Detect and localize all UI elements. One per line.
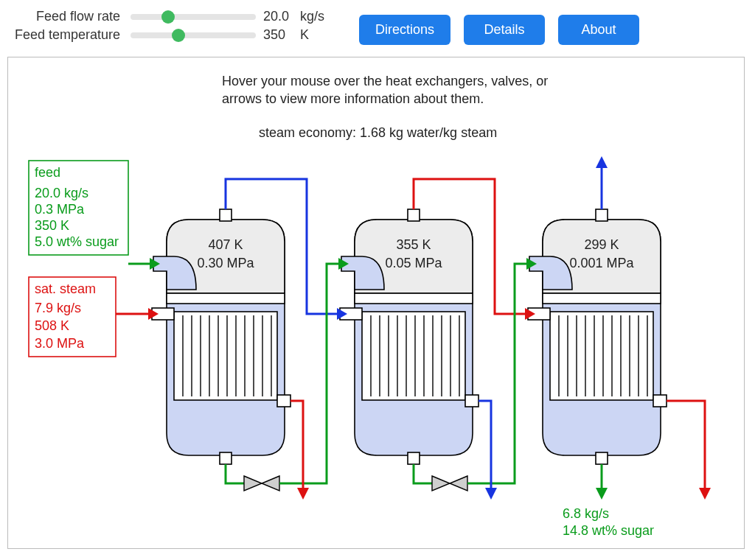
hint-text-2: arrows to view more information about th… bbox=[222, 91, 484, 106]
svg-rect-48 bbox=[596, 209, 608, 221]
liq-e1-to-e2[interactable] bbox=[279, 264, 338, 483]
flow-label: Feed flow rate bbox=[15, 9, 123, 24]
svg-rect-15 bbox=[220, 452, 232, 464]
product-l1: 6.8 kg/s bbox=[563, 506, 609, 521]
valve-1[interactable] bbox=[244, 476, 279, 491]
steam-l1: 7.9 kg/s bbox=[35, 301, 81, 315]
svg-marker-64 bbox=[699, 488, 711, 500]
valve-2[interactable] bbox=[432, 476, 467, 491]
feed-l3: 350 K bbox=[35, 218, 69, 233]
flow-unit: kg/s bbox=[300, 9, 330, 24]
svg-rect-18 bbox=[362, 312, 465, 400]
svg-rect-14 bbox=[220, 209, 232, 221]
feed-l2: 0.3 MPa bbox=[35, 202, 85, 217]
svg-rect-0 bbox=[167, 293, 285, 304]
svg-rect-17 bbox=[355, 293, 473, 304]
about-button[interactable]: About bbox=[558, 15, 639, 45]
svg-marker-56 bbox=[244, 476, 262, 491]
feed-l1: 20.0 kg/s bbox=[35, 186, 88, 200]
cond-e1-out[interactable] bbox=[290, 401, 303, 488]
effect1-temp: 407 K bbox=[208, 237, 243, 252]
svg-marker-55 bbox=[596, 156, 608, 168]
svg-marker-63 bbox=[485, 488, 497, 500]
directions-button[interactable]: Directions bbox=[359, 15, 450, 45]
svg-marker-60 bbox=[450, 476, 467, 491]
effect3-press: 0.001 MPa bbox=[569, 256, 634, 270]
svg-rect-31 bbox=[408, 209, 420, 221]
liq-e2-drop[interactable] bbox=[414, 464, 432, 483]
temp-unit: K bbox=[300, 27, 330, 43]
feed-title: feed bbox=[35, 165, 60, 180]
steam-title: sat. steam bbox=[35, 281, 96, 296]
steam-economy-label: steam economy: 1.68 kg water/kg steam bbox=[259, 125, 497, 140]
svg-rect-32 bbox=[408, 452, 420, 464]
liq-e2-to-e3[interactable] bbox=[467, 264, 526, 483]
svg-marker-57 bbox=[262, 476, 279, 491]
svg-rect-50 bbox=[653, 395, 667, 407]
effect2-temp: 355 K bbox=[396, 237, 431, 252]
diagram-canvas: Hover your mouse over the heat exchanger… bbox=[7, 57, 745, 549]
product-l2: 14.8 wt% sugar bbox=[563, 523, 654, 538]
button-bar: Directions Details About bbox=[359, 15, 639, 45]
temp-value: 350 bbox=[263, 27, 293, 43]
controls-panel: Feed flow rate 20.0 kg/s Feed temperatur… bbox=[15, 9, 330, 43]
svg-rect-16 bbox=[277, 395, 290, 407]
svg-rect-35 bbox=[550, 312, 653, 400]
cond-e3-out[interactable] bbox=[667, 401, 705, 488]
cond-e2-out[interactable] bbox=[479, 401, 491, 488]
svg-marker-59 bbox=[432, 476, 450, 491]
evaporator-3[interactable]: 299 K 0.001 MPa bbox=[528, 209, 667, 464]
effect2-press: 0.05 MPa bbox=[385, 256, 442, 270]
flow-slider[interactable] bbox=[131, 14, 256, 20]
hint-text-1: Hover your mouse over the heat exchanger… bbox=[222, 74, 548, 88]
svg-marker-62 bbox=[297, 488, 309, 500]
temp-slider[interactable] bbox=[131, 32, 256, 38]
evaporator-1[interactable]: 407 K 0.30 MPa bbox=[152, 209, 290, 464]
steam-l3: 3.0 MPa bbox=[35, 336, 85, 351]
steam-l2: 508 K bbox=[35, 318, 69, 333]
svg-rect-49 bbox=[596, 452, 608, 464]
liq-e1-drop[interactable] bbox=[226, 464, 244, 483]
feed-l4: 5.0 wt% sugar bbox=[35, 234, 119, 249]
temp-label: Feed temperature bbox=[15, 27, 123, 43]
effect1-press: 0.30 MPa bbox=[197, 256, 254, 270]
temp-slider-thumb[interactable] bbox=[172, 29, 185, 42]
svg-marker-65 bbox=[596, 488, 608, 500]
svg-rect-34 bbox=[543, 293, 661, 304]
evaporator-2[interactable]: 355 K 0.05 MPa bbox=[340, 209, 479, 464]
flow-slider-thumb[interactable] bbox=[161, 10, 175, 24]
effect3-temp: 299 K bbox=[584, 237, 619, 252]
svg-rect-33 bbox=[465, 395, 479, 407]
svg-rect-1 bbox=[174, 312, 277, 400]
details-button[interactable]: Details bbox=[464, 15, 545, 45]
flow-value: 20.0 bbox=[263, 9, 293, 24]
